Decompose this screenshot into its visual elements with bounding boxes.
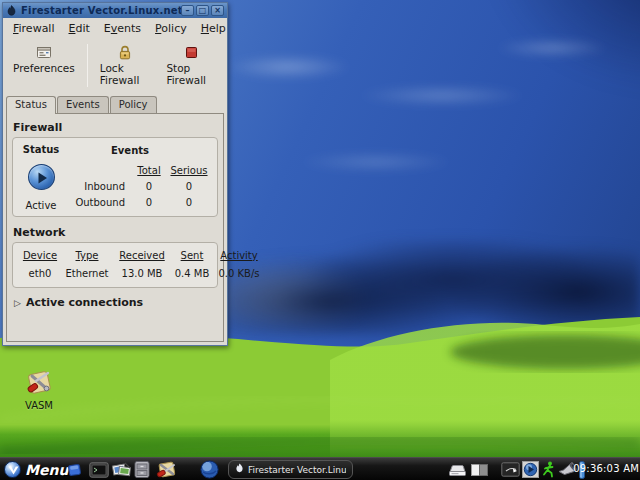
desktop: VASM Firestarter Vector.Linux.net – □ × … bbox=[0, 0, 640, 480]
firewall-active-indicator-icon bbox=[28, 164, 55, 190]
menu-events[interactable]: Events bbox=[98, 20, 147, 37]
menu-button-label: Menu bbox=[25, 462, 68, 478]
file-cabinet-icon[interactable] bbox=[133, 460, 151, 480]
firewall-status-frame: Status Active Events Total Serious Inbou… bbox=[12, 137, 218, 217]
wallpaper-storm-clouds bbox=[225, 240, 640, 335]
menu-help[interactable]: Help bbox=[195, 20, 232, 37]
inbound-total-value: 0 bbox=[131, 181, 167, 192]
task-button-label: Firestarter Vector.Linux.net bbox=[248, 465, 346, 475]
menu-firewall[interactable]: Firewall bbox=[7, 20, 61, 37]
net-received-value: 13.0 MB bbox=[113, 268, 171, 279]
preferences-button[interactable]: Preferences bbox=[7, 42, 81, 77]
inbound-serious-value: 0 bbox=[167, 181, 211, 192]
vectorlinux-logo-icon bbox=[4, 461, 21, 478]
screen-pointer-icon[interactable] bbox=[501, 462, 520, 480]
firestarter-window: Firestarter Vector.Linux.net – □ × Firew… bbox=[2, 2, 228, 346]
close-button[interactable]: × bbox=[211, 5, 224, 16]
maximize-button[interactable]: □ bbox=[196, 5, 209, 16]
desktop-icon-vasm[interactable]: VASM bbox=[16, 368, 62, 411]
lock-firewall-label: Lock Firewall bbox=[100, 62, 151, 86]
net-col-type: Type bbox=[61, 250, 113, 261]
wallpaper-clouds bbox=[200, 10, 640, 200]
taskbar-clock[interactable]: 09:36:03 AM bbox=[573, 463, 639, 474]
firewall-section-heading: Firewall bbox=[13, 121, 218, 134]
preferences-label: Preferences bbox=[13, 62, 75, 74]
window-titlebar[interactable]: Firestarter Vector.Linux.net – □ × bbox=[3, 3, 227, 18]
events-table: Total Serious Inbound 0 0 Outbound 0 0 bbox=[73, 165, 211, 208]
taskbar: Menu bbox=[0, 457, 640, 480]
stop-firewall-button[interactable]: Stop Firewall bbox=[160, 42, 223, 89]
firestarter-status-tray-icon[interactable] bbox=[522, 461, 539, 480]
window-title: Firestarter Vector.Linux.net bbox=[21, 5, 181, 16]
events-col-total: Total bbox=[131, 165, 167, 176]
menu-button[interactable]: Menu bbox=[4, 459, 68, 480]
menu-edit[interactable]: Edit bbox=[63, 20, 96, 37]
expander-triangle-icon: ▷ bbox=[14, 298, 21, 308]
active-connections-label: Active connections bbox=[26, 296, 143, 309]
net-device-value: eth0 bbox=[19, 268, 61, 279]
toolbar: Preferences Lock Firewall bbox=[3, 39, 227, 93]
net-type-value: Ethernet bbox=[61, 268, 113, 279]
taskbar-task-firestarter[interactable]: Firestarter Vector.Linux.net bbox=[228, 460, 353, 479]
net-col-activity: Activity bbox=[213, 250, 265, 261]
net-activity-value: 0.0 KB/s bbox=[213, 268, 265, 279]
network-table: Device Type Received Sent Activity eth0 … bbox=[19, 248, 211, 282]
active-connections-expander[interactable]: ▷ Active connections bbox=[14, 296, 218, 309]
menu-policy[interactable]: Policy bbox=[149, 20, 193, 37]
task-firestarter-flame-icon bbox=[235, 463, 244, 477]
network-frame: Device Type Received Sent Activity eth0 … bbox=[12, 242, 218, 288]
status-tab-panel: Firewall Status Active Events Total Seri… bbox=[6, 113, 224, 342]
status-header: Status bbox=[23, 144, 60, 155]
network-section-heading: Network bbox=[13, 226, 218, 239]
system-tools-launcher-icon[interactable] bbox=[155, 461, 177, 480]
web-browser-icon[interactable] bbox=[200, 460, 219, 480]
removable-drive-icon[interactable] bbox=[447, 464, 468, 480]
outbound-total-value: 0 bbox=[131, 197, 167, 208]
stop-firewall-label: Stop Firewall bbox=[166, 62, 217, 86]
outbound-serious-value: 0 bbox=[167, 197, 211, 208]
system-tools-icon bbox=[24, 368, 54, 398]
desktop-icon-label: VASM bbox=[16, 400, 62, 411]
lock-icon bbox=[118, 45, 132, 60]
net-col-received: Received bbox=[113, 250, 171, 261]
events-row-inbound-label: Inbound bbox=[73, 181, 131, 192]
tab-policy[interactable]: Policy bbox=[110, 96, 157, 113]
tab-row: Status Events Policy bbox=[3, 93, 227, 113]
workspace-pager-icon[interactable] bbox=[471, 464, 488, 479]
minimize-button[interactable]: – bbox=[181, 5, 194, 16]
tab-events[interactable]: Events bbox=[57, 96, 109, 113]
toolbar-separator bbox=[87, 44, 88, 87]
firestarter-flame-icon bbox=[6, 5, 17, 16]
events-header: Events bbox=[111, 145, 149, 156]
events-col-serious: Serious bbox=[167, 165, 211, 176]
stop-icon bbox=[185, 45, 198, 60]
terminal-icon[interactable] bbox=[89, 462, 109, 480]
events-row-outbound-label: Outbound bbox=[73, 197, 131, 208]
tab-status[interactable]: Status bbox=[6, 96, 56, 114]
net-sent-value: 0.4 MB bbox=[171, 268, 213, 279]
firewall-status-value: Active bbox=[26, 200, 57, 211]
net-col-sent: Sent bbox=[171, 250, 213, 261]
preferences-icon bbox=[36, 45, 52, 60]
workspace-cube-icon[interactable] bbox=[67, 462, 82, 480]
image-viewer-icon[interactable] bbox=[111, 461, 131, 480]
net-col-device: Device bbox=[19, 250, 61, 261]
lock-firewall-button[interactable]: Lock Firewall bbox=[94, 42, 157, 89]
process-runner-icon[interactable] bbox=[541, 461, 556, 480]
menubar: Firewall Edit Events Policy Help bbox=[3, 18, 227, 39]
